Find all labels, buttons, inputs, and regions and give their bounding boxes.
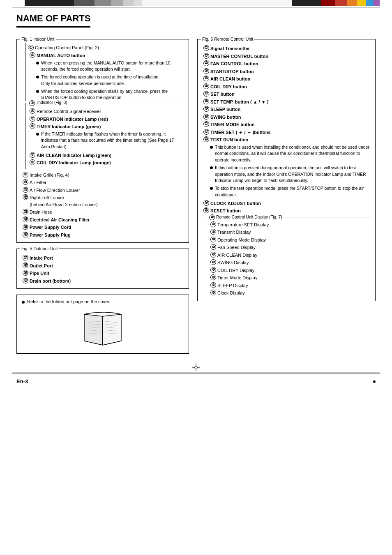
item-12-label: Right-Left Louver(behind Air Flow Direct…: [30, 194, 98, 208]
num-41: ㊶: [210, 252, 216, 258]
bullet-icon: [36, 133, 39, 136]
item-26: ㉖ COIL DRY button: [202, 83, 371, 90]
item-7-label: AIR CLEAN Indicator Lamp (green): [37, 152, 111, 159]
item-23-label: FAN CONTROL button: [210, 60, 258, 67]
num-21: ㉑: [203, 45, 209, 51]
indicator-title: ③ Indicator (Fig. 3): [28, 100, 69, 106]
num-24: ㉔: [203, 68, 209, 74]
num-25: ㉕: [203, 76, 209, 81]
testrun-sub3-text: To stop the test operation mode, press t…: [215, 185, 371, 198]
footer-dot: [373, 380, 376, 383]
display-section-title: ㊱ Remote Control Unit Display (Fig. 7): [208, 214, 284, 220]
item-33-label: TEST RUN button: [210, 136, 248, 143]
num-39: ㊴: [210, 237, 216, 242]
item-10-label: Air Filter: [30, 179, 46, 186]
item-35-label: RESET button: [210, 207, 241, 214]
num-43: ㊸: [210, 267, 216, 273]
num-12: ⑫: [23, 194, 28, 200]
item-46-label: Clock Display: [217, 290, 245, 297]
num-37: ㊲: [210, 221, 216, 227]
item-24-label: START/STOP button: [210, 68, 254, 75]
num-38: ㊳: [210, 229, 216, 235]
outdoor-items: ⑰ Intake Port ⑱ Outlet Port ⑲ Pipe Unit …: [21, 255, 184, 284]
item-15-label: Power Supply Cord: [30, 224, 71, 231]
item-6-sub1: If the TIMER indicator lamp flashes when…: [36, 131, 182, 150]
num-18: ⑱: [23, 263, 28, 268]
item-25-label: AIR CLEAN button: [210, 76, 250, 83]
bullet-icon: [210, 166, 213, 169]
num-32: ㉜: [203, 129, 209, 135]
item-15: ⑮ Power Supply Cord: [21, 224, 184, 231]
num-20: ⑳: [23, 278, 28, 283]
item-12: ⑫ Right-Left Louver(behind Air Flow Dire…: [21, 194, 184, 208]
item-37: ㊲ Temperature SET Display: [209, 221, 369, 228]
num-46: ㊻: [210, 290, 216, 295]
subitem-3-text: When the forced cooling operation starts…: [41, 88, 182, 101]
testrun-sub1: This button is used when installing the …: [210, 144, 371, 164]
item-14-label: Electrical Air Cleaning Filter: [30, 216, 90, 223]
num-30: ㉚: [203, 114, 209, 120]
op-panel-label: Operating Control Panel (Fig. 2): [35, 45, 99, 50]
item-13: ⑬ Drain Hose: [21, 209, 184, 216]
item-5: ⑤ OPERATION Indicator Lamp (red): [28, 116, 182, 123]
book-illustration: [22, 308, 184, 349]
page-footer: En-3: [16, 378, 28, 385]
item-8: ⑧ COIL DRY Indicator Lamp (orange): [28, 159, 182, 166]
fig5-box: Fig. 5 Outdoor Unit ⑰ Intake Port ⑱ Outl…: [16, 249, 189, 289]
item-33: ㉝ TEST RUN button: [202, 136, 371, 143]
item-34: ㉞ CLOCK ADJUST button: [202, 200, 371, 207]
item-4: ④ Remote Control Signal Receiver: [28, 108, 182, 115]
bullet-icon: [36, 90, 39, 93]
item-18-label: Outlet Port: [30, 263, 53, 269]
num-22: ㉒: [203, 53, 209, 59]
fig1-title: Fig. 1 Indoor Unit: [20, 37, 56, 41]
item-11: ⑪ Air Flow Direction Louver: [21, 187, 184, 194]
manual-auto-subitems: When kept on pressing the MANUAL AUTO bu…: [36, 60, 182, 101]
bullet-icon: [36, 62, 39, 64]
item-41: ㊶ AIR CLEAN Display: [209, 252, 369, 259]
item-28: ㉘ SET TEMP. button ( ▲ / ▼ ): [202, 99, 371, 106]
item-32: ㉜ TIMER SET ( ＋ / － )buttons: [202, 129, 371, 136]
item-35: ㉟ RESET button: [202, 207, 371, 214]
num-31: ㉛: [203, 121, 209, 127]
num-14: ⑭: [23, 216, 28, 222]
item-30: ㉚ SWING button: [202, 114, 371, 121]
subitem-3: When the forced cooling operation starts…: [36, 88, 182, 101]
fig1-box: Fig. 1 Indoor Unit ① Operating Control P…: [16, 39, 189, 243]
bullet-icon: [36, 76, 39, 78]
item-4-label: Remote Control Signal Receiver: [37, 108, 101, 115]
num-16: ⑯: [23, 232, 28, 237]
num-15: ⑮: [23, 224, 28, 230]
num-17: ⑰: [23, 255, 28, 260]
num-26: ㉖: [203, 83, 209, 89]
subitem-2: The forced cooling operation is used at …: [36, 74, 182, 87]
item-19-label: Pipe Unit: [30, 270, 49, 277]
note-bullet: [22, 301, 25, 304]
item-13-label: Drain Hose: [30, 209, 52, 216]
item-26-label: COIL DRY button: [210, 83, 247, 90]
testrun-sub1-text: This button is used when installing the …: [215, 144, 371, 164]
bullet-icon: [210, 187, 213, 190]
item-23: ㉓ FAN CONTROL button: [202, 60, 371, 67]
item-14: ⑭ Electrical Air Cleaning Filter: [21, 216, 184, 223]
item-38: ㊳ Transmit Display: [209, 229, 369, 236]
manual-auto-label: MANUAL AUTO button: [37, 52, 85, 59]
num-23: ㉓: [203, 60, 209, 66]
item-25: ㉕ AIR CLEAN button: [202, 76, 371, 83]
item-24: ㉔ START/STOP button: [202, 68, 371, 75]
num-7: ⑦: [30, 152, 35, 158]
item-29: ㉙ SLEEP button: [202, 106, 371, 113]
num-35: ㉟: [203, 207, 209, 213]
item-43-label: COIL DRY Display: [217, 267, 254, 274]
num-10: ⑩: [23, 179, 28, 185]
item-45-label: SLEEP Display: [217, 282, 248, 289]
fig6-box: Fig. 6 Remote Control Unit ㉑ Signal Tran…: [197, 39, 376, 301]
subitem-2-text: The forced cooling operation is used at …: [41, 74, 182, 87]
item-41-label: AIR CLEAN Display: [217, 252, 257, 259]
item-6-sub1-text: If the TIMER indicator lamp flashes when…: [41, 131, 182, 150]
num-34: ㉞: [203, 200, 209, 206]
left-column: Fig. 1 Indoor Unit ① Operating Control P…: [16, 35, 189, 354]
num-13: ⑬: [23, 209, 28, 214]
num-27: ㉗: [203, 91, 209, 97]
item-27: ㉗ SET button: [202, 91, 371, 98]
